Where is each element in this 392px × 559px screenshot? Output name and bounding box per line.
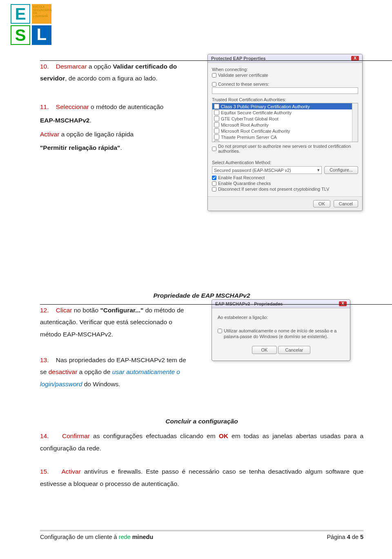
close-icon[interactable]: X	[351, 56, 359, 61]
noprompt-checkbox[interactable]: Do not prompt user to authorize new serv…	[212, 144, 358, 154]
step-13: 13. Nas propriedades do EAP-MSCHAPv2 tem…	[40, 354, 187, 390]
chevron-down-icon: ▾	[317, 167, 320, 173]
heading-eap-mschapv2: Propriedade de EAP MSCHAPv2	[40, 292, 363, 299]
ok-button[interactable]: OK	[252, 346, 277, 354]
servers-input[interactable]	[212, 87, 358, 94]
step-12: 12. Clicar no botão "Configurar..." do m…	[40, 304, 187, 340]
school-logo: E ESCOLA SECUNDÁRIA DA LOURINHÃ S L	[11, 4, 51, 45]
cancel-button[interactable]: Cancelar	[278, 346, 310, 354]
ca-listbox[interactable]: Class 3 Public Primary Certification Aut…	[212, 103, 358, 142]
auto-login-checkbox[interactable]: Utilizar automaticamente o nome de iníci…	[218, 328, 344, 340]
step-14: 14. Confirmar as configurações efectuada…	[40, 430, 363, 454]
trusted-ca-label: Trusted Root Certification Authorities:	[212, 97, 358, 102]
select-auth-label: Select Authentication Method:	[212, 160, 358, 165]
dialog2-title: EAP MSCHAPv2 - Propriedades	[215, 301, 283, 306]
establish-connection-label: Ao estabelecer a ligação:	[218, 315, 344, 320]
validate-cert-checkbox[interactable]: Validate server certificate	[212, 73, 358, 78]
protected-eap-dialog: Protected EAP Properties X When connecti…	[207, 54, 363, 211]
heading-conclude: Concluir a configuração	[40, 418, 363, 425]
step-10: 10. Desmarcar a opção Validar certificad…	[40, 60, 187, 85]
cryptobinding-checkbox[interactable]: Disconnect if server does not present cr…	[212, 187, 358, 192]
eap-mschapv2-dialog: EAP MSCHAPv2 - Propriedades X Ao estabel…	[212, 299, 350, 361]
quarantine-checkbox[interactable]: Enable Quarantine checks	[212, 181, 358, 186]
auth-method-select[interactable]: Secured password (EAP-MSCHAP v2)▾	[212, 166, 322, 174]
page-footer: Configuração de um cliente à rede minedu…	[40, 530, 363, 540]
step-11: 11. Seleccionar o método de autenticação	[40, 101, 187, 113]
step-15: 15. Activar antivírus e firewalls. Este …	[40, 465, 363, 490]
ok-button[interactable]: OK	[313, 200, 330, 207]
fast-reconnect-checkbox[interactable]: Enable Fast Reconnect	[212, 175, 358, 180]
close-icon[interactable]: X	[339, 301, 347, 306]
cancel-button[interactable]: Cancel	[334, 200, 358, 207]
dialog1-title: Protected EAP Properties	[211, 56, 266, 61]
connect-servers-checkbox[interactable]: Connect to these servers:	[212, 82, 358, 87]
when-connecting-label: When connecting:	[212, 67, 358, 72]
configure-button[interactable]: Configure...	[324, 166, 358, 174]
